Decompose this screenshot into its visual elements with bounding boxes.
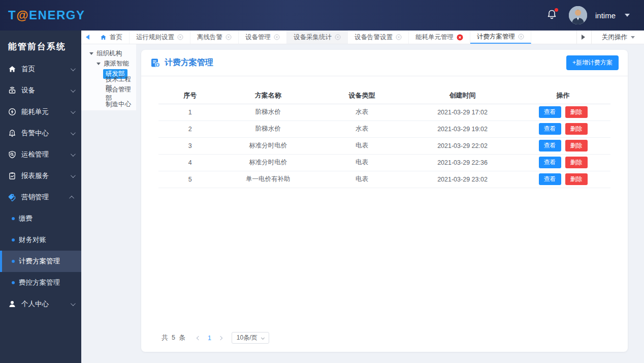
tab-device-alarm-settings[interactable]: 设备告警设置 [348, 31, 409, 44]
sidebar-item-energy-unit[interactable]: 能耗单元 [0, 101, 81, 123]
sidebar-subitem-billing-plan[interactable]: 计费方案管理 [0, 251, 81, 272]
close-icon[interactable] [177, 34, 183, 40]
tree-node-org-root[interactable]: 组织机构 [81, 48, 136, 58]
tree-node-dept-admin[interactable]: 综合管理部 [81, 89, 136, 99]
table-header-row: 序号 方案名称 设备类型 创建时间 操作 [158, 87, 610, 104]
sidebar-item-personal-center[interactable]: 个人中心 [0, 293, 81, 315]
tabs-scroll-left-button[interactable] [81, 31, 93, 44]
sidebar-item-label: 首页 [21, 65, 71, 74]
table-row: 3 标准分时电价 电表 2021-03-29 22:02 查看删除 [158, 137, 610, 154]
close-icon-red[interactable] [457, 34, 463, 41]
sidebar-item-reports[interactable]: 报表服务 [0, 165, 81, 187]
sidebar-item-label: 营销管理 [21, 193, 71, 202]
notification-bell-icon[interactable] [547, 9, 557, 22]
view-button[interactable]: 查看 [539, 140, 561, 152]
cell-no: 2 [158, 120, 222, 137]
tab-device-collection-stats[interactable]: 设备采集统计 [287, 31, 348, 44]
sidebar-subitem-label: 计费方案管理 [19, 257, 60, 266]
cell-device-type: 水表 [314, 104, 409, 120]
sidebar-subitem-finance-reconciliation[interactable]: 财务对账 [0, 229, 81, 251]
user-menu-caret-icon[interactable] [625, 14, 630, 17]
home-icon [100, 34, 107, 41]
tree-node-dept-manufacturing[interactable]: 制造中心 [81, 99, 136, 109]
delete-button[interactable]: 删除 [565, 123, 588, 135]
tab-label: 运行规则设置 [136, 33, 174, 42]
close-icon[interactable] [518, 34, 524, 40]
tree-node-label: 组织机构 [96, 49, 122, 58]
tab-run-rules[interactable]: 运行规则设置 [130, 31, 190, 44]
cell-created-time: 2021-03-29 19:02 [409, 120, 516, 137]
sidebar-item-label: 设备 [21, 86, 71, 95]
tab-label: 首页 [110, 33, 122, 42]
pagination-page-1[interactable]: 1 [206, 335, 213, 342]
sidebar-subitem-fee-control-plan[interactable]: 费控方案管理 [0, 272, 81, 293]
column-header-created-time: 创建时间 [409, 87, 516, 104]
sidebar-item-device[interactable]: 设备 [0, 80, 81, 101]
tab-billing-plan-management[interactable]: 计费方案管理 [470, 31, 531, 44]
cell-device-type: 电表 [314, 171, 409, 188]
close-icon[interactable] [274, 34, 280, 40]
view-button[interactable]: 查看 [539, 106, 561, 118]
cell-created-time: 2021-03-29 22:36 [409, 154, 516, 171]
chevron-down-icon [71, 173, 76, 178]
view-button[interactable]: 查看 [539, 123, 561, 135]
cell-created-time: 2021-03-29 23:02 [409, 171, 516, 188]
tab-label: 计费方案管理 [477, 33, 515, 41]
cell-no: 5 [158, 171, 222, 188]
tree-expand-caret-icon[interactable] [96, 63, 101, 65]
sidebar-item-home[interactable]: 首页 [0, 58, 81, 80]
tree-node-company[interactable]: 康派智能 [81, 58, 136, 69]
cell-no: 4 [158, 154, 222, 171]
tab-home[interactable]: 首页 [93, 31, 130, 44]
chevron-left-icon [197, 336, 201, 340]
sidebar-item-inspection[interactable]: 运检管理 [0, 144, 81, 165]
logo-energy: ENERGY [29, 8, 85, 22]
chevron-down-icon [71, 109, 76, 114]
svg-text:¥: ¥ [156, 63, 158, 66]
pagination-next-button[interactable] [216, 334, 224, 342]
delete-button[interactable]: 删除 [565, 173, 588, 185]
tab-offline-alarm[interactable]: 离线告警 [190, 31, 239, 44]
view-button[interactable]: 查看 [539, 157, 561, 168]
close-icon[interactable] [396, 34, 402, 40]
chevron-down-icon [261, 336, 265, 340]
tab-label: 能耗单元管理 [415, 33, 454, 42]
card-header: ¥ 计费方案管理 +新增计费方案 [141, 50, 628, 76]
sidebar-item-label: 个人中心 [21, 299, 71, 309]
close-icon[interactable] [226, 34, 232, 40]
bullet-dot-icon [12, 260, 15, 263]
sidebar-item-alarm-center[interactable]: 告警中心 [0, 123, 81, 144]
tab-energy-unit-management[interactable]: 能耗单元管理 [409, 31, 470, 44]
pagination-prev-button[interactable] [195, 334, 203, 342]
billing-plan-card: ¥ 计费方案管理 +新增计费方案 序号 方案名称 设备类型 创建时间 操作 [141, 50, 628, 352]
open-tabs-bar: 首页 运行规则设置 离线告警 设备管理 设备采集统计 设备告警设置 [81, 31, 644, 44]
close-operations-dropdown[interactable]: 关闭操作 [591, 31, 644, 44]
delete-button[interactable]: 删除 [565, 106, 588, 118]
tree-node-label: 制造中心 [106, 100, 131, 109]
table-row: 5 单一电价有补助 电表 2021-03-29 23:02 查看删除 [158, 171, 610, 188]
page-size-select[interactable]: 10条/页 [232, 332, 269, 344]
column-header-actions: 操作 [516, 87, 610, 104]
billing-document-icon: ¥ [150, 58, 160, 68]
sidebar-item-label: 报表服务 [21, 171, 71, 180]
cell-plan-name: 标准分时电价 [222, 154, 314, 171]
page-title-text: 计费方案管理 [165, 57, 213, 68]
cell-created-time: 2021-03-29 22:02 [409, 137, 516, 154]
delete-button[interactable]: 删除 [565, 157, 588, 168]
close-icon[interactable] [335, 34, 341, 40]
add-billing-plan-button[interactable]: +新增计费方案 [566, 55, 619, 70]
sidebar-item-marketing[interactable]: 营销管理 [0, 187, 81, 208]
delete-button[interactable]: 删除 [565, 140, 588, 152]
notification-badge [555, 8, 558, 12]
tab-device-management[interactable]: 设备管理 [239, 31, 287, 44]
view-button[interactable]: 查看 [539, 173, 561, 185]
sidebar-item-label: 运检管理 [21, 150, 71, 159]
tree-expand-caret-icon[interactable] [89, 52, 93, 55]
content-area: 组织机构 康派智能 研发部 技术工程部 综合管理部 制造中心 ¥ [81, 44, 644, 363]
sidebar-item-label: 告警中心 [21, 129, 71, 138]
sidebar-subitem-label: 财务对账 [19, 235, 46, 245]
user-avatar[interactable] [569, 6, 587, 24]
bullet-dot-icon [12, 238, 15, 241]
sidebar-subitem-payment[interactable]: 缴费 [0, 208, 81, 229]
tabs-scroll-right-button[interactable] [577, 35, 589, 40]
